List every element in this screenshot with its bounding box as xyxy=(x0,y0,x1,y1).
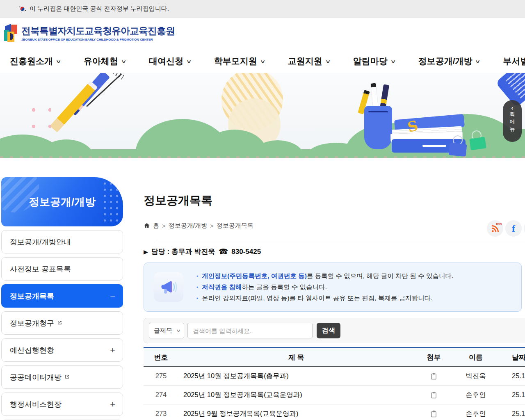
sidebar-item-disclosure-list[interactable]: 정보공개목록 − xyxy=(1,284,123,308)
nav-item-departments[interactable]: 부서별자료실∨ xyxy=(503,55,525,67)
col-header-no: 번호 xyxy=(144,353,178,362)
notice-bold: 개인정보(주민등록번호, 여권번호 등) xyxy=(202,272,307,279)
breadcrumb-home[interactable]: 홈 xyxy=(153,222,159,230)
row-author: 손후인 xyxy=(453,390,498,399)
nav-item-parents[interactable]: 학부모지원∨ xyxy=(214,55,265,67)
notice-rest: 를 등록할 수 없으며, 해당 글이 차단 될 수 있습니다. xyxy=(307,272,453,279)
sidebar-title: 정보공개/개방 xyxy=(29,195,96,209)
col-header-title: 제 목 xyxy=(178,353,414,362)
table-row[interactable]: 275 2025년 10월 정보공개목록(총무과) 박진욱 25.11 xyxy=(144,367,525,386)
board-table: 번호 제 목 첨부 이름 날짜 275 2025년 10월 정보공개목록(총무과… xyxy=(144,347,525,420)
search-category-select[interactable]: 글제목 ∨ xyxy=(149,323,184,338)
board-header-row: 번호 제 목 첨부 이름 날짜 xyxy=(144,348,525,367)
breadcrumb-separator: > xyxy=(162,222,166,229)
share-icons: RSS f xyxy=(487,220,525,237)
row-author: 손후인 xyxy=(453,409,498,418)
search-button[interactable]: 검색 xyxy=(317,323,340,338)
sidebar-item-advance-list[interactable]: 사전정보 공표목록 xyxy=(1,257,123,281)
home-icon[interactable] xyxy=(144,222,150,229)
sidebar-item-label: 정보공개청구 xyxy=(10,318,54,328)
manager-info: ▶ 담당 : 총무과 박진욱 ☎ 830-5425 xyxy=(144,247,525,256)
manager-phone: 830-5425 xyxy=(231,248,261,256)
page-title: 정보공개목록 xyxy=(144,194,525,208)
sidebar-item-budget[interactable]: 예산집행현황 + xyxy=(1,338,123,362)
bullet-icon: • xyxy=(196,285,198,290)
nav-item-label: 유아체험 xyxy=(84,55,118,67)
nav-item-label: 진흥원소개 xyxy=(10,55,53,67)
chevron-left-icon: ‹ xyxy=(511,105,514,111)
nav-item-label: 정보공개/개방 xyxy=(418,55,472,67)
chevron-down-icon: ∨ xyxy=(260,58,265,64)
notice-line: • 저작권을 침해하는 글을 등록할 수 없습니다. xyxy=(196,283,453,292)
phone-icon: ☎ xyxy=(219,247,228,256)
logo-title: 전북특별자치도교육청유아교육진흥원 xyxy=(21,26,175,36)
nav-item-news[interactable]: 알림마당∨ xyxy=(353,55,395,67)
row-title-link[interactable]: 2025년 9월 정보공개목록(교육운영과) xyxy=(178,409,414,418)
nav-item-disclosure[interactable]: 정보공개/개방∨ xyxy=(418,55,480,67)
sidebar-item-disclosure-guide[interactable]: 정보공개/개방안내 xyxy=(1,230,123,253)
attachment-icon xyxy=(414,410,453,418)
table-row[interactable]: 273 2025년 9월 정보공개목록(교육운영과) 손후인 25.10 xyxy=(144,404,525,420)
gov-banner: 이 누리집은 대한민국 공식 전자정부 누리집입니다. xyxy=(0,0,525,18)
row-title-link[interactable]: 2025년 10월 정보공개목록(교육운영과) xyxy=(178,390,414,399)
search-panel: 글제목 ∨ 검색 xyxy=(144,318,525,343)
chevron-down-icon: ∨ xyxy=(176,328,180,333)
quick-menu-label: 메 xyxy=(510,118,515,126)
nav-item-rental[interactable]: 대여신청∨ xyxy=(149,55,191,67)
notice-line: • 개인정보(주민등록번호, 여권번호 등)를 등록할 수 없으며, 해당 글이… xyxy=(196,272,453,281)
hero-bottom-dots-decoration xyxy=(0,156,525,158)
page: 이 누리집은 대한민국 공식 전자정부 누리집입니다. 전북특별자치도교육청유아… xyxy=(0,0,525,420)
col-header-date: 날짜 xyxy=(498,353,525,362)
site-logo[interactable]: 전북특별자치도교육청유아교육진흥원 JEONBUK STATE OFFICE O… xyxy=(3,23,175,44)
attachment-icon xyxy=(414,391,453,399)
bullet-icon: • xyxy=(196,296,198,301)
chevron-down-icon: ∨ xyxy=(325,58,331,64)
sidebar-item-open-data[interactable]: 공공데이터개방 xyxy=(1,365,123,389)
sidebar-item-label: 공공데이터개방 xyxy=(10,372,62,382)
quick-menu-label: 퀵 xyxy=(510,111,515,118)
row-author: 박진욱 xyxy=(453,372,498,381)
sidebar-header: 정보공개/개방 xyxy=(1,177,123,226)
row-number: 274 xyxy=(144,391,178,399)
nav-item-about[interactable]: 진흥원소개∨ xyxy=(10,55,61,67)
notice-bold: 저작권을 침해 xyxy=(202,283,242,290)
nav-item-label: 교원지원 xyxy=(288,55,322,67)
nav-item-teachers[interactable]: 교원지원∨ xyxy=(288,55,330,67)
sidebar-item-label: 정보공개/개방안내 xyxy=(10,237,71,247)
table-row[interactable]: 274 2025년 10월 정보공개목록(교육운영과) 손후인 25.11 xyxy=(144,386,525,404)
external-link-icon xyxy=(64,373,70,381)
facebook-button[interactable]: f xyxy=(505,220,522,237)
chevron-down-icon: ∨ xyxy=(121,58,127,64)
nav-item-experience[interactable]: 유아체험∨ xyxy=(84,55,126,67)
binder-clip-illustration xyxy=(469,137,486,150)
global-nav: 진흥원소개∨ 유아체험∨ 대여신청∨ 학부모지원∨ 교원지원∨ 알림마당∨ 정보… xyxy=(0,49,525,73)
search-input[interactable] xyxy=(187,323,313,338)
notice-box: • 개인정보(주민등록번호, 여권번호 등)를 등록할 수 없으며, 해당 글이… xyxy=(144,262,522,312)
chevron-down-icon: ∨ xyxy=(186,58,192,64)
sidebar: 정보공개/개방 정보공개/개방안내 사전정보 공표목록 정보공개목록 − 정보공… xyxy=(1,177,123,420)
hero-banner: S xyxy=(0,73,525,158)
breadcrumb-current: 정보공개목록 xyxy=(217,222,253,230)
nav-item-label: 부서별자료실 xyxy=(503,55,525,67)
binder-clip-illustration xyxy=(449,143,467,157)
row-title-link[interactable]: 2025년 10월 정보공개목록(총무과) xyxy=(178,372,414,381)
nav-item-label: 대여신청 xyxy=(149,55,183,67)
external-link-icon xyxy=(57,319,62,327)
notice-rest: 하는 글을 등록할 수 없습니다. xyxy=(242,283,327,290)
row-date: 25.11 xyxy=(498,372,525,380)
sidebar-item-disclosure-request[interactable]: 정보공개청구 xyxy=(1,311,123,335)
sidebar-item-service-charter[interactable]: 행정서비스헌장 + xyxy=(1,393,123,416)
breadcrumb-level1[interactable]: 정보공개/개방 xyxy=(169,222,207,230)
quick-menu-button[interactable]: ‹ 퀵 메 뉴 xyxy=(503,100,522,142)
pointer-icon: ▶ xyxy=(144,249,148,255)
gov-banner-text: 이 누리집은 대한민국 공식 전자정부 누리집입니다. xyxy=(30,5,169,13)
rss-button[interactable]: RSS xyxy=(487,220,503,237)
rss-label: RSS xyxy=(496,223,502,226)
main-content: 정보공개목록 홈 > 정보공개/개방 > 정보공개목록 RSS f xyxy=(144,194,525,420)
nav-item-label: 학부모지원 xyxy=(214,55,257,67)
row-number: 275 xyxy=(144,372,178,380)
notice-lines: • 개인정보(주민등록번호, 여권번호 등)를 등록할 수 없으며, 해당 글이… xyxy=(196,272,453,303)
chevron-down-icon: ∨ xyxy=(475,58,481,64)
megaphone-icon xyxy=(154,272,183,302)
facebook-icon: f xyxy=(512,224,515,233)
